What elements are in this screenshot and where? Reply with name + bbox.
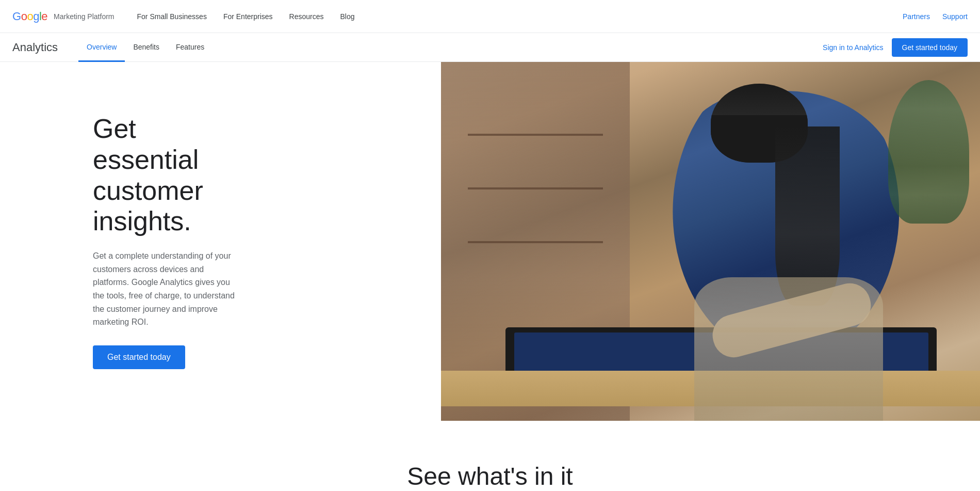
- bottom-title: See what's in it: [0, 462, 980, 490]
- secondary-nav: Analytics Overview Benefits Features Sig…: [0, 33, 980, 62]
- hero-image-bg: [441, 62, 980, 421]
- top-nav-right: Partners Support: [903, 12, 968, 21]
- secondary-nav-benefits[interactable]: Benefits: [125, 34, 168, 62]
- get-started-button-header[interactable]: Get started today: [892, 38, 968, 57]
- hero-content: Get essential customer insights. Get a c…: [0, 83, 268, 400]
- hero-description: Get a complete understanding of your cus…: [93, 249, 237, 329]
- shelf-1: [468, 134, 602, 136]
- nav-link-support[interactable]: Support: [942, 12, 968, 21]
- logo-e-red: e: [41, 10, 47, 23]
- logo-o-red: o: [21, 10, 27, 23]
- hero-title: Get essential customer insights.: [93, 114, 237, 237]
- google-logo: Google: [12, 10, 47, 23]
- top-nav-links: For Small Businesses For Enterprises Res…: [131, 8, 903, 25]
- shelf-3: [468, 241, 602, 243]
- nav-link-blog[interactable]: Blog: [334, 8, 361, 25]
- logo-o-yellow: o: [27, 10, 33, 23]
- shelf-2: [468, 187, 602, 189]
- sign-in-link[interactable]: Sign in to Analytics: [823, 43, 884, 52]
- platform-text: Marketing Platform: [54, 12, 114, 21]
- plant: [888, 80, 969, 224]
- secondary-nav-links: Overview Benefits Features: [78, 34, 823, 61]
- secondary-nav-overview[interactable]: Overview: [78, 34, 125, 62]
- nav-link-partners[interactable]: Partners: [903, 12, 930, 21]
- hero-image-area: [441, 62, 980, 421]
- hero-section: Get essential customer insights. Get a c…: [0, 62, 980, 421]
- logo-link[interactable]: Google Marketing Platform: [12, 10, 115, 23]
- analytics-brand: Analytics: [12, 41, 58, 54]
- secondary-nav-right: Sign in to Analytics Get started today: [823, 38, 968, 57]
- person-apron: [694, 277, 883, 421]
- secondary-nav-features[interactable]: Features: [168, 34, 213, 62]
- hero-cta-button[interactable]: Get started today: [93, 345, 185, 369]
- nav-link-small-businesses[interactable]: For Small Businesses: [131, 8, 213, 25]
- logo-g-blue2: g: [33, 10, 39, 23]
- nav-link-resources[interactable]: Resources: [283, 8, 330, 25]
- nav-link-enterprises[interactable]: For Enterprises: [217, 8, 279, 25]
- top-nav: Google Marketing Platform For Small Busi…: [0, 0, 980, 33]
- bottom-section: See what's in it: [0, 421, 980, 491]
- logo-g-blue: G: [12, 10, 21, 23]
